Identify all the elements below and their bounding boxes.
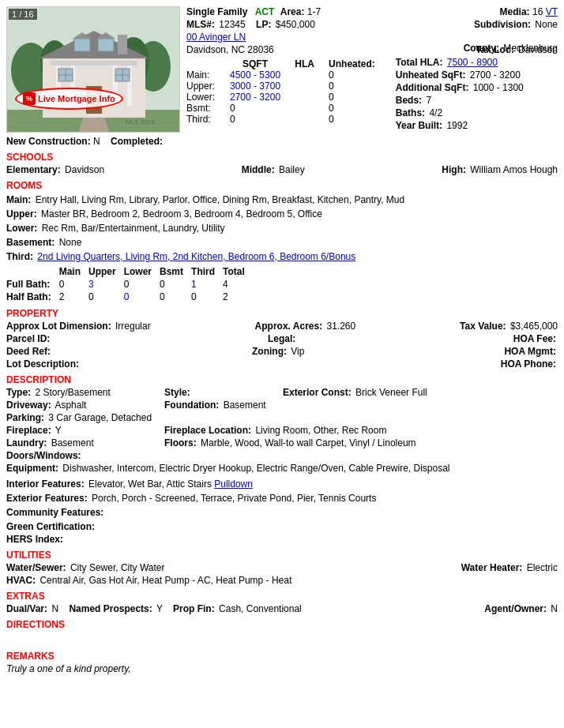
- total-hla-value[interactable]: 7500 - 8900: [447, 57, 498, 68]
- mortgage-button[interactable]: % Live Mortgage Info: [15, 88, 123, 110]
- table-row: Full Bath: 0 3 0 0 1 4: [6, 278, 253, 291]
- property-section: Approx Lot Dimension: Irregular Approx. …: [6, 321, 558, 370]
- fireplace-loc-label: Fireplace Location:: [164, 425, 251, 436]
- rooms-third-links[interactable]: 2nd Living Quarters, Living Rm, 2nd Kitc…: [37, 251, 355, 262]
- lp-label: LP:: [256, 19, 271, 30]
- row-upper-sqft: 3000 - 3700: [230, 81, 285, 92]
- style-label: Style:: [164, 387, 190, 398]
- full-bath-third: 1: [191, 278, 223, 291]
- county-value: Mecklenburg: [503, 43, 558, 54]
- lot-desc-label: Lot Description:: [6, 358, 79, 370]
- dual-var-value: N: [51, 603, 58, 614]
- lp-value: $450,000: [276, 19, 315, 30]
- dual-var-label: Dual/Var:: [6, 603, 47, 614]
- full-bath-upper: 3: [88, 278, 124, 291]
- agent-owner-value: N: [551, 603, 558, 614]
- svg-rect-26: [98, 39, 114, 51]
- row-third-label: Third:: [186, 114, 230, 125]
- row-lower-label: Lower:: [186, 92, 230, 103]
- sqft-col-sqft: SQFT: [230, 58, 285, 69]
- fireplace-value: Y: [55, 425, 62, 436]
- hoa-phone-label: HOA Phone:: [501, 358, 556, 370]
- interior-link[interactable]: Pulldown: [214, 478, 253, 490]
- rooms-basement-value: None: [59, 237, 82, 248]
- baths-label: Baths:: [396, 107, 425, 118]
- zoning-value: Vip: [291, 346, 304, 357]
- agent-owner-label: Agent/Owner:: [484, 603, 547, 614]
- area-label: Area:: [280, 6, 305, 17]
- high-label: High:: [442, 164, 466, 175]
- table-row: Bsmt: 0 0: [186, 103, 380, 114]
- exterior-const-value: Brick Veneer Full: [355, 387, 427, 398]
- middle-label: Middle:: [242, 164, 275, 175]
- hoa-mgmt-label: HOA Mgmt:: [504, 346, 556, 357]
- type-value: 2 Story/Basement: [35, 387, 110, 398]
- rooms-main-row: Main: Entry Hall, Living Rm, Library, Pa…: [6, 194, 558, 205]
- parcel-label: Parcel ID:: [6, 333, 50, 344]
- row-lower-unheated: 0: [329, 92, 380, 103]
- sqft-col-label: [186, 58, 230, 69]
- property-header: PROPERTY: [6, 308, 558, 319]
- unheated-sqft-value: 2700 - 3200: [470, 69, 521, 81]
- listing-type: Single Family: [186, 6, 247, 17]
- fireplace-label: Fireplace:: [6, 425, 51, 436]
- approx-acres-label: Approx. Acres:: [255, 321, 323, 332]
- row-lower-hla: [285, 92, 329, 103]
- media-vt-link[interactable]: VT: [546, 6, 558, 17]
- full-bath-lower: 0: [124, 278, 160, 291]
- hvac-label: HVAC:: [6, 575, 36, 586]
- elementary-value: Davidson: [65, 164, 104, 175]
- bath-col-total: Total: [223, 265, 253, 278]
- svg-rect-24: [74, 39, 90, 51]
- new-construction-label: New Construction:: [6, 136, 91, 147]
- schools-header: SCHOOLS: [6, 152, 558, 163]
- completed-label: Completed:: [111, 136, 163, 147]
- exterior-const-label: Exterior Const:: [283, 387, 352, 398]
- interior-value: Elevator, Wet Bar, Attic Stairs: [88, 478, 212, 490]
- bath-col-third: Third: [191, 265, 223, 278]
- svg-rect-14: [51, 61, 137, 66]
- address-link[interactable]: 00 Avinger LN: [186, 32, 246, 43]
- full-bath-bsmt: 0: [160, 278, 191, 291]
- table-row: Main: 4500 - 5300 0: [186, 69, 380, 81]
- year-built-label: Year Built:: [396, 120, 442, 131]
- driveway-label: Driveway:: [6, 400, 51, 411]
- bath-col-bsmt: Bsmt: [160, 265, 191, 278]
- extras-header: EXTRAS: [6, 591, 558, 602]
- laundry-value: Basement: [51, 437, 94, 448]
- mls-label: MLS#:: [186, 19, 215, 30]
- bath-table: Main Upper Lower Bsmt Third Total Full B…: [6, 265, 253, 303]
- interior-label: Interior Features:: [6, 478, 85, 490]
- legal-label: Legal:: [268, 333, 295, 344]
- named-prospects-label: Named Prospects:: [69, 603, 152, 614]
- listing-info-panel: Single Family ACT Area: 1-7 Media: 16 VT…: [186, 6, 558, 133]
- equipment-value: Dishwasher, Intercom, Electric Dryer Hoo…: [62, 463, 449, 474]
- approx-acres-value: 31.260: [327, 321, 356, 332]
- listing-status: ACT: [255, 6, 275, 17]
- driveway-value: Asphalt: [55, 400, 86, 411]
- description-section: Type: 2 Story/Basement Style: Exterior C…: [6, 387, 558, 545]
- parking-value: 3 Car Garage, Detached: [48, 412, 152, 423]
- directions-value: [6, 632, 558, 644]
- rooms-lower-value: Rec Rm, Bar/Entertainment, Laundry, Util…: [42, 223, 225, 234]
- schools-row: Elementary: Davidson Middle: Bailey High…: [6, 164, 558, 175]
- svg-rect-9: [118, 35, 127, 54]
- remarks-header: REMARKS: [6, 651, 558, 662]
- zoning-label: Zoning:: [252, 346, 287, 357]
- prop-fin-value: Cash, Conventional: [219, 603, 302, 614]
- half-bath-main: 2: [59, 291, 88, 303]
- new-construction-section: New Construction: N Completed:: [6, 136, 558, 147]
- half-bath-upper: 0: [88, 291, 124, 303]
- rooms-main-value: Entry Hall, Living Rm, Library, Parlor, …: [36, 194, 405, 205]
- table-row: Upper: 3000 - 3700 0: [186, 81, 380, 92]
- row-lower-sqft: 2700 - 3200: [230, 92, 285, 103]
- utilities-header: UTILITIES: [6, 550, 558, 561]
- tax-value-label: Tax Value:: [460, 321, 506, 332]
- named-prospects-value: Y: [156, 603, 163, 614]
- rooms-lower-row: Lower: Rec Rm, Bar/Entertainment, Laundr…: [6, 223, 558, 234]
- unheated-sqft-label: Unheated SqFt:: [396, 69, 466, 81]
- foundation-label: Foundation:: [164, 400, 219, 411]
- row-upper-label: Upper:: [186, 81, 230, 92]
- row-third-sqft: 0: [230, 114, 285, 125]
- prop-fin-label: Prop Fin:: [173, 603, 215, 614]
